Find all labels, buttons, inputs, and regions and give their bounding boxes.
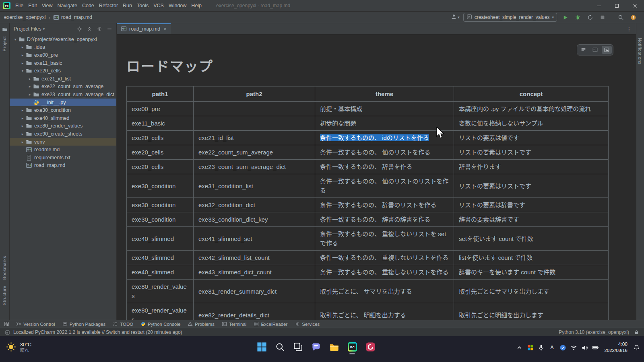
tree-item-init-py[interactable]: __init__.py (10, 99, 116, 107)
hide-panel-icon[interactable] (107, 26, 112, 32)
toolwindow-button-python-packages[interactable]: Python Packages (59, 320, 109, 328)
gear-icon[interactable] (97, 26, 102, 32)
tree-item-road-map-md[interactable]: road_map.md (10, 162, 116, 170)
pycharm-app-icon[interactable]: PC (344, 339, 360, 355)
task-view-icon[interactable] (290, 339, 306, 355)
tree-item-exe40-slimmed[interactable]: ▸exe40_slimmed (10, 114, 116, 122)
tree-item-exe80-render-values[interactable]: ▸exe80_render_values (10, 122, 116, 130)
menu-edit[interactable]: Edit (26, 0, 39, 11)
tray-grid-icon[interactable] (526, 344, 534, 351)
show-editor-only-button[interactable] (578, 46, 588, 54)
notifications-bell-icon[interactable] (633, 344, 640, 351)
breadcrumb-file[interactable]: road_map.md (53, 14, 92, 21)
chevron-right-icon[interactable]: ▸ (19, 124, 26, 128)
show-editor-and-preview-button[interactable] (590, 46, 600, 54)
explorer-icon[interactable] (326, 339, 342, 355)
menu-vcs[interactable]: VCS (151, 0, 166, 11)
locate-file-icon[interactable] (76, 26, 82, 32)
menu-navigate[interactable]: Navigate (55, 0, 80, 11)
minimize-button[interactable] (590, 0, 608, 11)
user-menu-button[interactable]: ▾ (451, 14, 460, 21)
interpreter-widget[interactable]: Python 3.10 (exercise_openpyxl) (559, 329, 629, 335)
tree-item-venv[interactable]: ▸venv (10, 138, 116, 146)
maximize-button[interactable] (608, 0, 626, 11)
chevron-right-icon[interactable]: ▸ (19, 61, 26, 65)
close-button[interactable] (626, 0, 644, 11)
toolwindow-button-version-control[interactable]: Version Control (12, 320, 59, 328)
toolwindow-button-python-console[interactable]: Python Console (137, 320, 184, 328)
menu-view[interactable]: View (39, 0, 55, 11)
chevron-right-icon[interactable]: ▸ (27, 77, 33, 81)
red-app-icon[interactable] (362, 339, 378, 355)
menu-code[interactable]: Code (80, 0, 97, 11)
menu-file[interactable]: File (13, 0, 26, 11)
chevron-down-icon[interactable]: ▾ (19, 69, 26, 73)
breadcrumb-project[interactable]: exercise_openpyxl (4, 14, 46, 20)
chat-icon[interactable] (308, 339, 324, 355)
run-button[interactable] (561, 13, 570, 22)
toolwindow-button-notifications[interactable]: Notifications (638, 38, 642, 64)
toolwindow-button-services[interactable]: Services (291, 320, 323, 328)
chevron-right-icon[interactable]: ▸ (19, 116, 26, 120)
menu-run[interactable]: Run (120, 0, 134, 11)
tree-item-exe30-condition[interactable]: ▸exe30_condition (10, 106, 116, 114)
ime-indicator[interactable]: A (548, 345, 555, 350)
ide-update-button[interactable] (629, 13, 638, 22)
chevron-right-icon[interactable]: ▸ (27, 93, 33, 97)
tab-road-map-md[interactable]: road_map.md × (117, 23, 171, 34)
tree-item-requirements-txt[interactable]: requirements.txt (10, 154, 116, 162)
toolwindow-button-excelreader[interactable]: ExcelReader (250, 320, 291, 328)
volume-icon[interactable] (581, 344, 588, 351)
tree-item-d-projects-exercise-openpyxl[interactable]: ▾D:¥projects¥exercise_openpyxl (10, 35, 116, 43)
debug-button[interactable] (573, 13, 582, 22)
menu-window[interactable]: Window (166, 0, 189, 11)
run-with-coverage-button[interactable] (586, 13, 594, 22)
toolwindow-button-project[interactable]: Project (2, 36, 7, 51)
table-cell-concept: 取引先ごとにサマリを出力します (454, 280, 609, 303)
menu-help[interactable]: Help (189, 0, 204, 11)
tree-item-exe20-cells[interactable]: ▾exe20_cells (10, 67, 116, 75)
chevron-right-icon[interactable]: ▸ (19, 140, 26, 144)
toolwindow-button-todo[interactable]: TODO (109, 320, 137, 328)
clock[interactable]: 4:00 2022/08/16 (604, 341, 627, 354)
battery-icon[interactable] (592, 344, 599, 351)
collapse-all-icon[interactable] (87, 26, 92, 32)
tree-item-exe11-basic[interactable]: ▸exe11_basic (10, 59, 116, 67)
stop-button[interactable] (598, 13, 607, 22)
tree-item-exe00-pre[interactable]: ▸exe00_pre (10, 51, 116, 59)
menu-refactor[interactable]: Refactor (97, 0, 120, 11)
tree-item-readme-md[interactable]: readme.md (10, 146, 116, 154)
wifi-icon[interactable] (570, 344, 577, 351)
more-tabs-icon[interactable]: ⋮ (626, 23, 632, 34)
weather-widget[interactable]: 30°C 晴れ (6, 341, 31, 354)
chevron-right-icon[interactable]: ▸ (19, 45, 26, 49)
tray-chevron-icon[interactable] (516, 344, 523, 351)
tree-item-exe22-count-sum-average[interactable]: ▸exe22_count_sum_average (10, 83, 116, 91)
mic-icon[interactable] (537, 344, 545, 351)
tree-item-idea[interactable]: ▸.idea (10, 43, 116, 51)
tree-item-exe90-create-sheets[interactable]: ▸exe90_create_sheets (10, 130, 116, 138)
chevron-right-icon[interactable]: ▸ (19, 108, 26, 112)
toolwindow-button-structure[interactable]: Structure (2, 286, 7, 305)
run-configuration-select[interactable]: createsheet_simple_render_values ▾ (463, 13, 557, 22)
project-view-select[interactable]: Project Files (14, 26, 41, 32)
toolwindow-switcher-icon[interactable] (4, 321, 9, 327)
show-preview-only-button[interactable] (602, 46, 612, 54)
status-message[interactable]: Localized PyCharm 2022.1.2 is available … (13, 329, 182, 335)
close-tab-icon[interactable]: × (163, 26, 167, 32)
toolwindow-button-terminal[interactable]: Terminal (218, 320, 250, 328)
taskbar-search-icon[interactable] (272, 339, 288, 355)
chevron-right-icon[interactable]: ▸ (19, 132, 26, 136)
menu-tools[interactable]: Tools (134, 0, 151, 11)
windows-start-icon[interactable] (254, 339, 270, 355)
toolwindow-button-bookmarks[interactable]: Bookmarks (2, 256, 7, 280)
tree-item-exe21-id-list[interactable]: ▸exe21_id_list (10, 75, 116, 83)
lock-icon[interactable] (634, 330, 639, 335)
toolwindow-button-problems[interactable]: Problems (184, 320, 218, 328)
chevron-right-icon[interactable]: ▸ (27, 84, 33, 88)
chevron-right-icon[interactable]: ▸ (19, 53, 26, 57)
search-everywhere-button[interactable] (616, 13, 625, 22)
tree-item-exe23-count-sum-average-dict[interactable]: ▸exe23_count_sum_average_dict (10, 90, 116, 99)
blue-circle-icon[interactable] (559, 344, 566, 351)
chevron-down-icon[interactable]: ▾ (12, 37, 19, 41)
